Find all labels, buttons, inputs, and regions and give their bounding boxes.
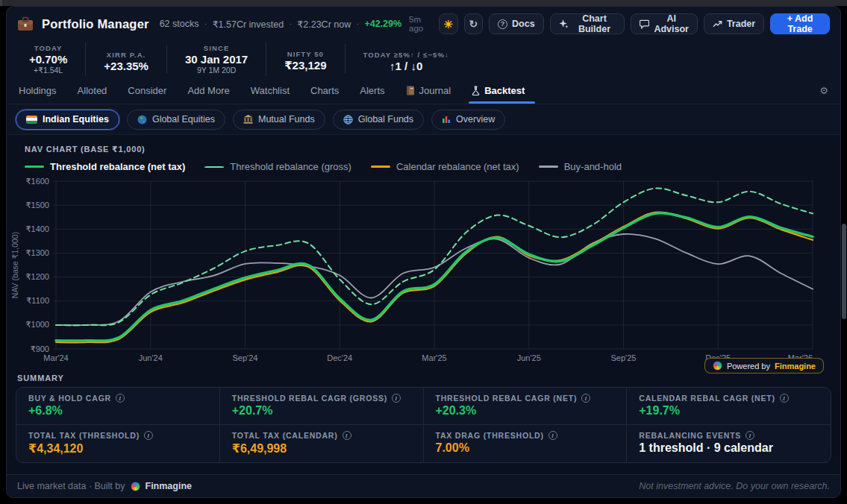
legend-swatch-solid-green [25,166,44,168]
filter-global-funds[interactable]: Global Funds [333,110,424,130]
tab-alloted[interactable]: Alloted [78,77,107,104]
summary-cell-total-tax-calendar: TOTAL TAX (CALENDAR)i ₹6,49,998 [220,425,424,462]
nav-chart-plot[interactable]: ₹900₹1000₹1100₹1200₹1300₹1400₹1500₹1600M… [7,174,840,371]
legend-calendar-net[interactable]: Calendar rebalance (net tax) [371,161,519,172]
legend-swatch-dashed-green [204,166,224,168]
tab-holdings[interactable]: Holdings [19,77,57,104]
filter-mutual-funds[interactable]: Mutual Funds [233,110,325,130]
last-updated: 5m ago [409,15,431,33]
summary-cell-threshold-gross-cagr: THRESHOLD REBAL CAGR (GROSS)i +20.7% [220,388,424,425]
trader-button[interactable]: Trader [704,13,764,34]
svg-text:Mar'25: Mar'25 [422,353,446,362]
info-icon[interactable]: i [780,394,789,403]
stat-movers: TODAY ≥5%↑ / ≤−5%↓ ↑1 / ↓0 [346,45,467,74]
add-trade-button[interactable]: + Add Trade [770,13,830,34]
svg-text:₹900: ₹900 [31,344,49,353]
app-window: Portfolio Manager 62 stocks · ₹1.57Cr in… [6,6,841,498]
settings-gear-icon[interactable]: ⚙ [819,77,828,104]
footer-brand-link[interactable]: Finmagine [146,481,193,491]
info-icon[interactable]: i [144,431,153,440]
svg-text:₹1400: ₹1400 [26,224,49,233]
footer: Live market data · Built by Finmagine No… [7,474,840,497]
info-icon[interactable]: i [392,394,401,403]
svg-text:Dec'24: Dec'24 [327,353,352,362]
summary-cell-buyhold-cagr: BUY & HOLD CAGRi +6.8% [16,388,220,425]
svg-text:₹1100: ₹1100 [26,296,49,305]
theme-toggle-button[interactable]: ☀ [439,13,457,34]
tab-watchlist[interactable]: Watchlist [251,77,290,104]
summary-cell-rebalancing-events: REBALANCING EVENTSi 1 threshold · 9 cale… [627,425,831,462]
svg-text:₹1200: ₹1200 [26,272,49,281]
portfolio-meta: 62 stocks · ₹1.57Cr invested · ₹2.23Cr n… [160,19,401,30]
refresh-button[interactable]: ↻ [464,13,483,34]
ai-advisor-button[interactable]: AI Advisor [631,13,698,34]
briefcase-icon [17,15,34,33]
stat-since: SINCE 30 Jan 2017 9Y 1M 20D [167,42,266,76]
svg-text:₹1000: ₹1000 [26,320,49,329]
globe-meridians-icon [343,115,353,125]
current-value: ₹2.23Cr now [297,19,351,30]
sun-icon: ☀ [443,19,453,30]
legend-swatch-orange [371,166,390,168]
svg-text:₹1500: ₹1500 [26,201,49,210]
header: Portfolio Manager 62 stocks · ₹1.57Cr in… [7,7,840,41]
tab-consider[interactable]: Consider [128,77,166,104]
journal-icon [406,86,415,95]
nav-chart: ₹900₹1000₹1100₹1200₹1300₹1400₹1500₹1600M… [7,174,840,371]
header-actions: 5m ago ☀ ↻ ? Docs Chart Builder [409,13,830,34]
svg-text:Mar'24: Mar'24 [43,353,68,362]
chart-title: NAV CHART (BASE ₹1,000) [7,135,840,154]
legend-threshold-gross[interactable]: Threshold rebalance (gross) [204,161,351,172]
chart-builder-button[interactable]: Chart Builder [550,13,625,34]
help-circle-icon: ? [498,19,507,29]
summary-cell-total-tax-threshold: TOTAL TAX (THRESHOLD)i ₹4,34,120 [16,425,220,462]
chart-legend: Threshold rebalance (net tax) Threshold … [7,154,840,172]
tab-bar: Holdings Alloted Consider Add More Watch… [7,77,840,104]
svg-text:Sep'25: Sep'25 [611,353,637,362]
finmagine-logo-icon [131,482,140,491]
stat-xirr: XIRR P.A. +23.35% [86,45,167,74]
trending-up-icon [713,20,722,28]
svg-text:NAV (base ₹1,000): NAV (base ₹1,000) [10,232,19,298]
svg-text:Sep'24: Sep'24 [233,353,258,362]
summary-cell-tax-drag: TAX DRAG (THRESHOLD)i 7.00% [424,425,628,462]
tab-journal[interactable]: Journal [406,77,451,104]
info-icon[interactable]: i [548,431,557,440]
total-return-badge: +42.29% [364,19,401,29]
summary-table: BUY & HOLD CAGRi +6.8% THRESHOLD REBAL C… [16,387,831,463]
india-flag-icon [26,116,37,124]
svg-text:Jun'24: Jun'24 [139,353,163,362]
finmagine-logo-icon [713,361,722,371]
info-icon[interactable]: i [581,394,590,403]
legend-swatch-gray [539,166,558,168]
filter-overview[interactable]: Overview [431,110,505,130]
invested-amount: ₹1.57Cr invested [213,19,284,30]
legend-threshold-net[interactable]: Threshold rebalance (net tax) [25,161,185,172]
summary-cell-threshold-net-cagr: THRESHOLD REBAL CAGR (NET)i +20.3% [424,388,628,425]
legend-buy-and-hold[interactable]: Buy-and-hold [539,161,622,172]
info-icon[interactable]: i [343,431,351,440]
filter-global-equities[interactable]: Global Equities [127,110,225,130]
scrollbar-thumb[interactable] [842,224,846,319]
info-icon[interactable]: i [116,394,125,403]
info-icon[interactable]: i [746,431,754,440]
tab-alerts[interactable]: Alerts [360,77,384,104]
refresh-icon: ↻ [469,19,478,29]
svg-text:₹1300: ₹1300 [26,248,49,257]
tab-backtest[interactable]: Backtest [472,77,525,104]
chat-bubble-icon [640,19,649,29]
browser-chrome-strip [0,0,847,6]
asset-filter-bar: Indian Equities Global Equities Mutual F… [7,104,840,134]
stat-nifty: NIFTY 50 ₹23,129 [266,44,345,74]
tab-add-more[interactable]: Add More [187,77,229,104]
docs-button[interactable]: ? Docs [489,13,544,34]
stock-count: 62 stocks [160,19,199,29]
flask-icon [472,86,480,95]
stats-bar: TODAY +0.70% +₹1.54L XIRR P.A. +23.35% S… [7,41,840,77]
filter-indian-equities[interactable]: Indian Equities [16,110,119,130]
powered-by-badge[interactable]: Powered by Finmagine [704,358,824,374]
footer-note: Live market data · Built by [17,481,125,491]
tab-charts[interactable]: Charts [310,77,339,104]
svg-text:Jun'25: Jun'25 [517,353,541,362]
svg-text:₹1600: ₹1600 [26,177,49,186]
